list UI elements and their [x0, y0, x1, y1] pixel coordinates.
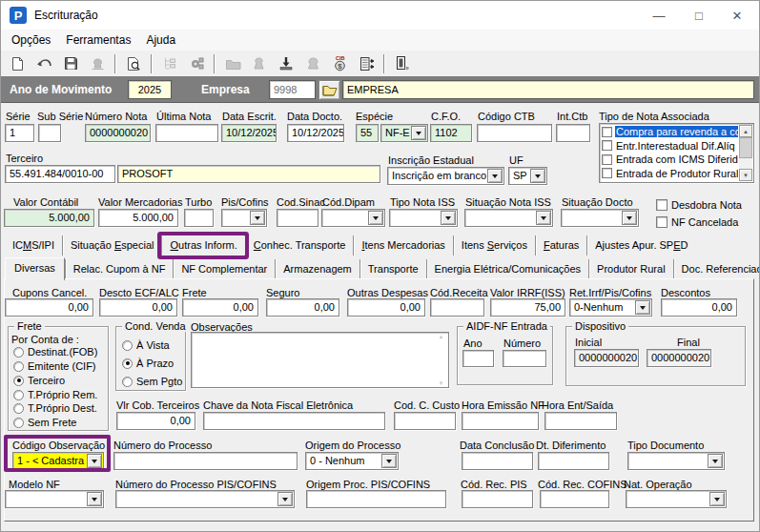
cod-receita-field[interactable] — [430, 298, 484, 317]
dt-diferimento-field[interactable] — [538, 452, 609, 470]
dropdown-arrow-icon[interactable] — [622, 211, 637, 225]
tab-armazenagem[interactable]: Armazenagem — [275, 259, 359, 279]
terceiro-nome-field[interactable]: PROSOFT — [117, 165, 380, 183]
dropdown-arrow-icon[interactable] — [277, 492, 293, 506]
dropdown-arrow-icon[interactable] — [709, 492, 725, 506]
cod-rec-pis-field[interactable] — [462, 490, 533, 508]
list-item[interactable]: Compra para revenda a co — [601, 125, 752, 139]
uf-combobox[interactable]: SP — [508, 167, 547, 185]
tab-icms-ipi[interactable]: ICMS/IPI — [5, 235, 62, 256]
radio-sem-frete[interactable]: Sem Frete — [13, 417, 76, 428]
terceiro-cnpj-field[interactable]: 55.491.484/0010-00 — [5, 165, 115, 183]
dropdown-arrow-icon[interactable] — [87, 454, 102, 468]
list-item[interactable]: Entrada de Produtor Rural — [601, 167, 752, 181]
import-download-icon[interactable] — [274, 53, 298, 74]
cod-rec-cofins-field[interactable] — [540, 490, 609, 508]
tab-nf-complementar[interactable]: NF Complementar — [173, 259, 275, 279]
ledger-icon[interactable] — [354, 53, 379, 74]
tab-outras-inform[interactable]: Outras Inform. — [161, 235, 244, 256]
descto-ecf-field[interactable]: 0,00 — [99, 298, 177, 317]
exit-door-icon[interactable] — [390, 53, 415, 74]
radio-icon[interactable] — [13, 418, 24, 428]
ret-irrf-combobox[interactable]: 0-Nenhum — [569, 298, 652, 317]
checkbox-icon[interactable] — [656, 216, 668, 228]
inscricao-estadual-combobox[interactable]: Inscrição em branco — [387, 167, 504, 185]
radio-icon[interactable] — [122, 340, 133, 351]
radio-emitente-cif[interactable]: Emitente (CIF) — [13, 360, 96, 372]
sub-serie-field[interactable] — [38, 124, 61, 142]
scroll-down-icon[interactable]: ▼ — [439, 380, 444, 386]
frete-valor-field[interactable]: 0,00 — [182, 298, 258, 317]
dropdown-arrow-icon[interactable] — [635, 300, 650, 315]
scroll-up-icon[interactable]: ▲ — [739, 125, 752, 137]
menu-ferramentas[interactable]: Ferramentas — [58, 31, 138, 50]
cfo-field[interactable]: 1102 — [430, 124, 472, 142]
situacao-nota-iss-combobox[interactable] — [464, 209, 553, 227]
radio-icon[interactable] — [13, 403, 24, 414]
cod-c-custo-field[interactable] — [394, 412, 456, 430]
scrollbar-thumb[interactable] — [739, 137, 752, 158]
cupons-cancel-field[interactable]: 0,00 — [5, 298, 93, 317]
tab-diversas[interactable]: Diversas — [5, 257, 65, 280]
tipo-nota-associada-listbox[interactable]: Compra para revenda a co Entr.Interestad… — [599, 123, 754, 183]
tab-energia-eletrica[interactable]: Energia Elétrica/Comunicações — [426, 259, 588, 279]
codigo-observacao-combobox[interactable]: 1 - < Cadastra — [12, 452, 104, 470]
process-modules-icon[interactable] — [184, 53, 209, 74]
checkbox-icon[interactable] — [602, 140, 612, 151]
dropdown-arrow-icon[interactable] — [87, 492, 102, 506]
tipo-nota-iss-combobox[interactable] — [389, 209, 458, 227]
turbo-field[interactable] — [184, 209, 214, 227]
especie-combobox[interactable]: NF-E — [380, 124, 428, 142]
dropdown-arrow-icon[interactable] — [411, 126, 426, 140]
codigo-ctb-field[interactable] — [477, 124, 552, 142]
radio-destinat-fob[interactable]: Destinat.(FOB) — [13, 346, 97, 358]
numero-nota-field[interactable]: 0000000020 — [85, 124, 151, 142]
tipo-documento-combobox[interactable] — [627, 452, 725, 470]
dropdown-arrow-icon[interactable] — [708, 454, 723, 468]
radio-icon[interactable] — [122, 358, 133, 369]
tab-itens-mercadorias[interactable]: Itens Mercadorias — [353, 235, 452, 256]
dropdown-arrow-icon[interactable] — [381, 454, 397, 468]
radio-tproprio-dest[interactable]: T.Próprio Dest. — [13, 402, 97, 414]
tab-situacao-especial[interactable]: Situação Especial — [62, 235, 161, 256]
dropdown-arrow-icon[interactable] — [250, 211, 265, 225]
situacao-docto-combobox[interactable] — [561, 209, 639, 227]
close-button[interactable]: ✕ — [721, 5, 753, 26]
especie-code-field[interactable]: 55 — [356, 124, 379, 142]
num-proc-pis-combobox[interactable] — [115, 490, 295, 508]
chave-nfe-field[interactable] — [203, 412, 385, 430]
aidf-numero-field[interactable] — [503, 350, 546, 367]
checkbox-icon[interactable] — [656, 199, 668, 211]
dropdown-arrow-icon[interactable] — [487, 169, 503, 183]
tab-ajustes-apur-sped[interactable]: Ajustes Apur. SPED — [586, 235, 695, 256]
cod-dipam-combobox[interactable] — [321, 209, 385, 227]
tab-faturas[interactable]: Faturas — [535, 235, 586, 256]
aidf-ano-field[interactable] — [462, 350, 494, 367]
tab-doc-referenciado[interactable]: Doc. Referenciado — [673, 259, 760, 279]
vlr-cob-terceiros-field[interactable]: 0,00 — [116, 412, 195, 430]
tab-transporte[interactable]: Transporte — [359, 259, 426, 279]
serie-field[interactable]: 1 — [5, 124, 34, 142]
origem-processo-combobox[interactable]: 0 - Nenhum — [305, 452, 399, 470]
valor-mercadorias-field[interactable]: 5.000,00 — [98, 209, 178, 227]
seguro-field[interactable]: 0,00 — [266, 298, 339, 317]
observacoes-textarea[interactable] — [191, 332, 449, 388]
dropdown-arrow-icon[interactable] — [368, 211, 383, 225]
valor-irrf-field[interactable]: 75,00 — [490, 298, 565, 317]
desdobra-nota-checkbox[interactable]: Desdobra Nota — [656, 199, 742, 211]
radio-sem-pgto[interactable]: Sem Pgto — [122, 376, 182, 387]
radio-a-vista[interactable]: À Vista — [122, 339, 170, 351]
listbox-scrollbar[interactable]: ▲ ▼ — [739, 125, 752, 181]
int-ctb-field[interactable] — [556, 124, 590, 142]
dropdown-arrow-icon[interactable] — [530, 169, 545, 183]
numero-processo-field[interactable] — [113, 452, 298, 470]
dropdown-arrow-icon[interactable] — [536, 211, 551, 225]
radio-icon[interactable] — [13, 376, 24, 386]
modelo-nf-combobox[interactable] — [5, 490, 104, 508]
data-escrit-field[interactable]: 10/12/2025 — [221, 124, 277, 142]
radio-icon[interactable] — [122, 377, 133, 387]
radio-icon[interactable] — [13, 390, 24, 400]
radio-a-prazo[interactable]: À Prazo — [122, 358, 174, 369]
checkbox-icon[interactable] — [602, 127, 612, 137]
descontos-field[interactable]: 0,00 — [661, 298, 737, 317]
